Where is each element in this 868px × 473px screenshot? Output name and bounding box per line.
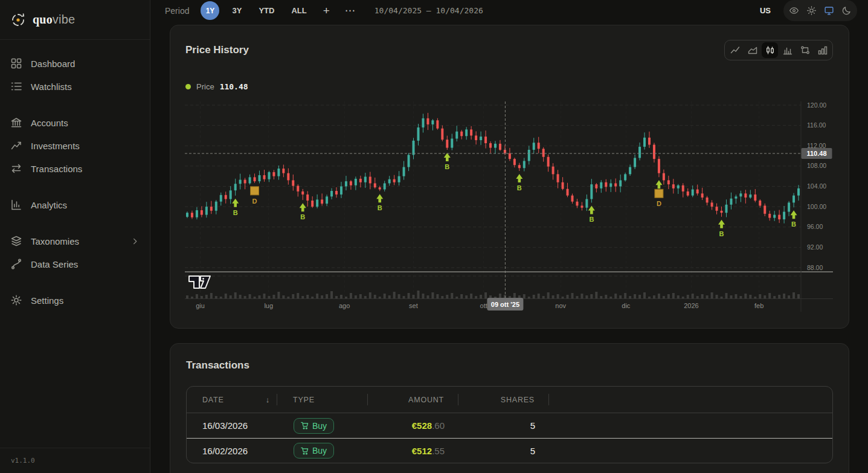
theme-sun-button[interactable] [803, 2, 820, 19]
sidebar-header: quovibe [0, 0, 150, 40]
period-3y-button[interactable]: 3Y [223, 6, 250, 15]
column-header-label: DATE [202, 396, 224, 404]
brand-logo-icon [10, 12, 26, 28]
svg-text:100.00: 100.00 [807, 203, 826, 210]
locale-button[interactable]: US [756, 5, 774, 16]
svg-text:88.00: 88.00 [807, 264, 823, 271]
sidebar-item-label: Dashboard [31, 59, 75, 68]
theme-monitor-button[interactable] [820, 2, 838, 19]
transaction-row[interactable]: 16/03/2026Buy€528.605 [187, 413, 832, 438]
svg-text:lug: lug [264, 302, 273, 309]
analytics-icon [10, 199, 22, 211]
sidebar-item-transactions[interactable]: Transactions [5, 157, 144, 180]
amount-fraction: .60 [432, 420, 445, 431]
eye-icon [789, 5, 799, 16]
period-ytd-button[interactable]: YTD [250, 6, 283, 15]
transactions-card: Transactions DATE↓TYPEAMOUNTSHARES16/03/… [170, 343, 849, 473]
sidebar-item-settings[interactable]: Settings [5, 289, 144, 312]
svg-text:B: B [445, 163, 449, 170]
topbar-right: US [756, 0, 857, 21]
period-1y-button[interactable]: 1Y [201, 1, 219, 20]
transaction-type: Buy [277, 418, 368, 434]
transactions-icon [10, 162, 22, 175]
sidebar-group: Settings [5, 289, 144, 312]
theme-moon-button[interactable] [838, 2, 855, 19]
chart-gridlines [185, 101, 833, 312]
sidebar-group: DashboardWatchlists [5, 52, 144, 98]
sidebar-group: Analytics [5, 193, 144, 216]
watchlists-icon [10, 80, 22, 92]
volume-bars [186, 291, 800, 298]
svg-text:B: B [589, 216, 594, 223]
svg-text:B: B [233, 209, 238, 216]
period-all-button[interactable]: ALL [283, 6, 315, 15]
transactions-title: Transactions [186, 359, 833, 372]
svg-text:set: set [409, 302, 418, 309]
column-header-amount[interactable]: AMOUNT [368, 394, 458, 405]
x-axis-labels[interactable]: giulugagosetottnovdic2026feb [196, 302, 764, 309]
sidebar-item-data-series[interactable]: Data Series [5, 253, 144, 275]
buy-marker [791, 210, 797, 219]
column-header-date[interactable]: DATE↓ [187, 394, 277, 405]
amount-main: €528 [412, 420, 432, 431]
transaction-type: Buy [277, 443, 368, 459]
column-header-filler [549, 394, 832, 405]
add-period-button[interactable]: + [315, 4, 338, 18]
sidebar-group: AccountsInvestmentsTransactions [5, 111, 144, 180]
svg-text:B: B [517, 184, 522, 191]
chart-type-line-button[interactable] [727, 42, 743, 58]
buy-marker [232, 199, 239, 207]
theme-eye-button[interactable] [785, 2, 803, 19]
histogram-chart-icon [783, 45, 792, 55]
sidebar-item-accounts[interactable]: Accounts [5, 111, 144, 134]
chart-type-candles-button[interactable] [762, 42, 778, 58]
sidebar-item-watchlists[interactable]: Watchlists [5, 75, 144, 98]
sidebar-item-investments[interactable]: Investments [5, 134, 144, 157]
date-range: 10/04/2025 — 10/04/2026 [375, 6, 483, 15]
svg-text:108.00: 108.00 [807, 162, 826, 169]
candles-chart-icon [765, 45, 775, 55]
crosshair [185, 101, 801, 311]
dividend-marker [251, 187, 259, 195]
svg-text:feb: feb [754, 302, 764, 309]
column-header-type[interactable]: TYPE [277, 394, 368, 405]
svg-text:09 ott '25: 09 ott '25 [491, 301, 519, 308]
buy-marker [516, 174, 522, 182]
column-header-shares[interactable]: SHARES [458, 394, 549, 405]
sidebar-item-taxonomies[interactable]: Taxonomies [5, 230, 144, 253]
buy-marker [376, 194, 383, 202]
monitor-icon [824, 5, 834, 16]
chart-type-toolbar [724, 40, 833, 60]
sidebar-footer: v1.1.0 [0, 448, 150, 473]
chart-type-area-button[interactable] [744, 42, 760, 58]
column-header-label: AMOUNT [408, 396, 444, 404]
chart-type-volume-button[interactable] [814, 42, 831, 58]
price-axis-tag: 110.48 [802, 148, 832, 159]
price-history-card: Price History Price 110.48 BDBBBBBBDBB12… [170, 25, 849, 329]
sidebar-item-dashboard[interactable]: Dashboard [5, 52, 144, 75]
cart-icon [301, 447, 309, 455]
svg-text:nov: nov [555, 302, 566, 309]
sidebar-item-analytics[interactable]: Analytics [5, 193, 144, 216]
y-axis-labels[interactable]: 120.00116.00112.00108.00104.00100.0096.0… [807, 101, 826, 271]
taxonomies-icon [10, 235, 22, 247]
price-chart-svg[interactable]: BDBBBBBBDBB120.00116.00112.00108.00104.0… [170, 25, 847, 328]
chart-type-compare-button[interactable] [797, 42, 813, 58]
app-version: v1.1.0 [11, 457, 35, 465]
volume-chart-icon [818, 45, 828, 55]
area-chart-icon [748, 45, 757, 55]
legend-label: Price [196, 82, 214, 91]
investments-icon [10, 140, 22, 152]
period-buttons: 1Y3YYTDALL [196, 1, 315, 20]
transaction-shares: 5 [458, 420, 549, 431]
chart-type-histogram-button[interactable] [779, 42, 796, 58]
svg-text:D: D [252, 198, 257, 205]
more-periods-button[interactable]: ⋯ [338, 4, 364, 17]
transaction-row[interactable]: 16/02/2026Buy€512.555 [187, 438, 832, 463]
brand-name: quovibe [33, 13, 75, 27]
buy-badge: Buy [294, 443, 334, 459]
transactions-table: DATE↓TYPEAMOUNTSHARES16/03/2026Buy€528.6… [186, 386, 833, 463]
svg-text:D: D [657, 200, 661, 207]
sidebar-item-label: Transactions [31, 164, 82, 173]
accounts-icon [10, 117, 22, 129]
